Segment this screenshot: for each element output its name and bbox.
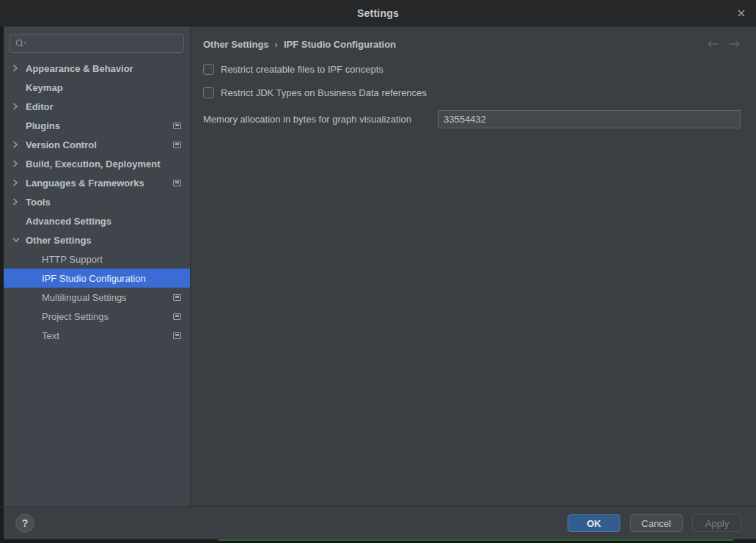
sidebar-item-label: Appearance & Behavior — [26, 63, 133, 74]
sidebar-item-version-control[interactable]: Version Control — [4, 135, 190, 154]
breadcrumb-parent[interactable]: Other Settings — [203, 39, 269, 50]
screen-icon — [173, 180, 181, 186]
screen-icon — [173, 123, 181, 129]
sidebar-item-label: HTTP Support — [42, 254, 103, 265]
sidebar-item-multilingual-settings[interactable]: Multilingual Settings — [4, 288, 190, 307]
memory-allocation-input[interactable] — [438, 110, 741, 128]
sidebar-item-label: Multilingual Settings — [42, 292, 127, 303]
checkbox-row-restrict-creatable-files[interactable]: Restrict creatable files to IPF concepts — [203, 63, 741, 75]
memory-allocation-row: Memory allocation in bytes for graph vis… — [203, 110, 741, 128]
background-strip-right — [733, 539, 756, 543]
chevron-right-icon[interactable] — [12, 65, 26, 72]
apply-button: Apply — [692, 514, 742, 532]
sidebar-item-label: Other Settings — [26, 235, 92, 246]
sidebar-item-label: Build, Execution, Deployment — [26, 158, 160, 170]
screen-icon — [173, 142, 181, 148]
sidebar-item-label: Project Settings — [42, 311, 109, 322]
chevron-right-icon[interactable] — [12, 160, 26, 167]
breadcrumb-separator: › — [275, 39, 278, 50]
settings-content-panel: Other Settings › IPF Studio Configuratio… — [191, 26, 756, 506]
background-strip-green — [219, 539, 733, 543]
sidebar-item-label: Keymap — [26, 82, 63, 93]
sidebar-item-ipf-studio-configuration[interactable]: IPF Studio Configuration — [4, 269, 190, 288]
sidebar-item-project-settings[interactable]: Project Settings — [4, 307, 190, 326]
memory-allocation-label: Memory allocation in bytes for graph vis… — [203, 114, 411, 125]
settings-dialog: Settings Appearance & Behavior Keymap — [0, 0, 756, 543]
checkbox-restrict-creatable-files[interactable] — [203, 64, 214, 75]
sidebar-item-build-execution-deployment[interactable]: Build, Execution, Deployment — [4, 154, 190, 173]
background-strip-left — [0, 539, 219, 543]
search-icon — [15, 38, 27, 48]
chevron-down-icon[interactable] — [12, 237, 26, 243]
cancel-button[interactable]: Cancel — [630, 514, 683, 532]
close-button[interactable] — [733, 5, 749, 21]
back-icon[interactable] — [707, 40, 719, 48]
settings-sidebar: Appearance & Behavior Keymap Editor Plug… — [0, 26, 191, 506]
chevron-right-icon[interactable] — [12, 179, 26, 186]
checkbox-row-restrict-jdk-types[interactable]: Restrict JDK Types on Business Data refe… — [203, 87, 741, 98]
sidebar-item-label: Editor — [26, 101, 54, 112]
titlebar: Settings — [0, 0, 756, 26]
sidebar-item-text[interactable]: Text — [4, 326, 190, 345]
sidebar-item-label: Version Control — [26, 139, 97, 150]
sidebar-item-appearance-behavior[interactable]: Appearance & Behavior — [4, 59, 190, 78]
settings-tree: Appearance & Behavior Keymap Editor Plug… — [4, 59, 190, 506]
page-title: IPF Studio Configuration — [284, 39, 396, 50]
dialog-footer: ? OK Cancel Apply — [0, 506, 756, 539]
screen-icon — [173, 294, 181, 301]
sidebar-item-editor[interactable]: Editor — [4, 97, 190, 116]
dialog-title: Settings — [357, 7, 399, 19]
search-input[interactable] — [30, 37, 179, 50]
help-icon: ? — [22, 517, 29, 529]
background-strip — [0, 539, 756, 543]
help-button[interactable]: ? — [15, 514, 34, 533]
chevron-right-icon[interactable] — [12, 198, 26, 205]
checkbox-label: Restrict creatable files to IPF concepts — [221, 64, 383, 75]
checkbox-restrict-jdk-types[interactable] — [203, 87, 214, 98]
sidebar-item-label: Plugins — [26, 120, 60, 131]
forward-icon[interactable] — [728, 40, 741, 48]
ok-button[interactable]: OK — [568, 514, 620, 532]
chevron-right-icon[interactable] — [12, 141, 26, 148]
sidebar-item-other-settings[interactable]: Other Settings — [4, 230, 190, 249]
screen-icon — [173, 313, 181, 320]
close-icon — [737, 9, 746, 18]
breadcrumb: Other Settings › IPF Studio Configuratio… — [203, 37, 741, 51]
sidebar-item-keymap[interactable]: Keymap — [4, 78, 190, 97]
chevron-right-icon[interactable] — [12, 103, 26, 110]
sidebar-item-label: Tools — [26, 197, 51, 208]
sidebar-item-label: Text — [42, 330, 59, 341]
sidebar-item-http-support[interactable]: HTTP Support — [4, 249, 190, 269]
dialog-body: Appearance & Behavior Keymap Editor Plug… — [0, 26, 756, 506]
search-box[interactable] — [10, 34, 184, 53]
sidebar-item-label: IPF Studio Configuration — [42, 273, 146, 284]
sidebar-item-languages-frameworks[interactable]: Languages & Frameworks — [4, 173, 190, 192]
checkbox-label: Restrict JDK Types on Business Data refe… — [221, 87, 427, 98]
sidebar-item-advanced-settings[interactable]: Advanced Settings — [4, 211, 190, 230]
sidebar-item-plugins[interactable]: Plugins — [4, 116, 190, 135]
screen-icon — [173, 332, 181, 339]
sidebar-item-label: Languages & Frameworks — [26, 178, 144, 189]
sidebar-item-label: Advanced Settings — [26, 216, 111, 227]
sidebar-item-tools[interactable]: Tools — [4, 192, 190, 211]
